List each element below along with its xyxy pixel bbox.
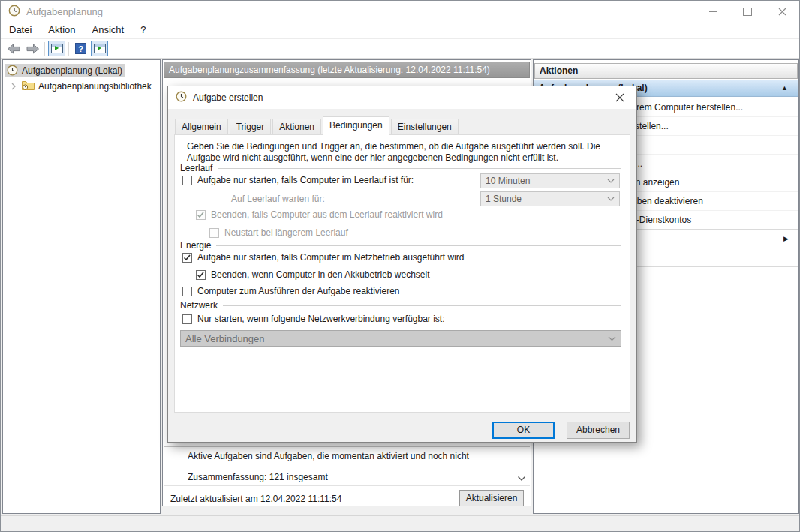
section-divider [164,446,530,447]
tab-aktionen[interactable]: Aktionen [272,119,321,134]
forward-button[interactable] [24,41,41,56]
actions-pane-header: Aktionen [534,63,798,79]
idle-start-row: Aufgabe nur starten, falls Computer im L… [182,175,414,185]
refresh-button[interactable]: Aktualisieren [459,490,524,506]
console-tree-toggle-icon [51,44,63,53]
conditions-tab-page: Geben Sie die Bedingungen und Trigger an… [174,134,630,413]
idle-restart-row: Neustart bei längerem Leerlauf [209,227,348,238]
dialog-clock-icon [176,91,187,104]
group-energie-caption: Energie [180,240,211,251]
idle-stop-checkbox[interactable] [196,210,206,220]
dialog-title: Aufgabe erstellen [193,92,263,103]
svg-text:?: ? [78,44,83,53]
stop-on-battery-label: Beenden, wenn Computer in den Akkubetrie… [211,269,430,280]
stop-on-battery-checkbox[interactable] [196,270,206,280]
window-titlebar: Aufgabenplanung [1,1,799,22]
network-condition-checkbox[interactable] [182,314,192,324]
group-leerlauf: Leerlauf [180,163,621,173]
tree-item-library[interactable]: Aufgabenplanungsbibliothek [11,80,160,92]
close-button[interactable] [765,1,799,22]
console-tree-pane: Aufgabenplanung (Lokal) Aufgabenplanungs… [2,59,161,514]
idle-start-checkbox[interactable] [182,176,192,185]
help-button[interactable]: ? [72,41,89,56]
toolbar-separator [44,42,45,56]
menu-aktion[interactable]: Aktion [40,22,83,38]
ac-only-row: Aufgabe nur starten, falls Computer im N… [182,252,465,263]
group-netzwerk: Netzwerk [180,300,621,311]
active-tasks-text: Aktive Aufgaben sind Aufgaben, die momen… [188,451,518,461]
action-pane-toggle-icon [94,44,106,53]
action-pane-toggle-button[interactable] [91,41,108,56]
menu-datei[interactable]: Datei [1,22,40,38]
group-rule [223,305,621,306]
minimize-button[interactable] [696,1,730,22]
statusbar [1,515,799,532]
network-connection-combo[interactable]: Alle Verbindungen [180,330,621,347]
submenu-arrow-icon: ▶ [783,230,789,248]
ac-only-checkbox[interactable] [182,253,192,263]
idle-restart-checkbox[interactable] [209,228,219,238]
wake-computer-row: Computer zum Ausführen der Aufgabe reakt… [182,286,399,296]
ok-button[interactable]: OK [492,422,555,439]
idle-wait-row: Auf Leerlauf warten für: [231,194,325,204]
close-icon [778,8,786,16]
window-title: Aufgabenplanung [26,6,103,17]
chevron-down-icon [608,336,616,341]
tab-einstellungen[interactable]: Einstellungen [391,119,459,134]
idle-wait-combo[interactable]: 1 Stunde [480,191,620,206]
ac-only-label: Aufgabe nur starten, falls Computer im N… [197,252,465,263]
back-button[interactable] [5,41,23,56]
app-clock-icon [8,5,20,19]
clock-icon [7,65,18,76]
idle-wait-label: Auf Leerlauf warten für: [231,194,325,204]
tree-item-root[interactable]: Aufgabenplanung (Lokal) [3,64,160,77]
dialog-tabs: Allgemein Trigger Aktionen Bedingungen E… [175,117,460,134]
tab-bedingungen[interactable]: Bedingungen [323,116,389,135]
dialog-close-button[interactable] [603,86,636,109]
stop-on-battery-row: Beenden, wenn Computer in den Akkubetrie… [196,269,430,280]
forward-arrow-icon [26,44,40,54]
summary-pane-header: Aufgabenplanungzusammenfassung (letzte A… [164,62,530,78]
wake-computer-checkbox[interactable] [182,287,192,296]
summary-group-header[interactable]: Zusammenfassung: 121 insgesamt [188,472,328,482]
wake-computer-label: Computer zum Ausführen der Aufgabe reakt… [197,286,399,296]
menu-ansicht[interactable]: Ansicht [84,22,133,38]
back-arrow-icon [7,44,21,54]
chevron-down-icon [607,179,615,183]
tab-allgemein[interactable]: Allgemein [175,119,228,134]
close-icon [615,93,624,102]
last-updated-text: Zuletzt aktualisiert am 12.04.2022 11:11… [170,494,341,504]
dialog-titlebar: Aufgabe erstellen [168,86,636,109]
folder-clock-icon [22,80,35,92]
menubar: Datei Aktion Ansicht ? [1,22,799,39]
task-scheduler-window: Aufgabenplanung Datei Aktion Ansicht ? ? [0,0,800,532]
idle-stop-row: Beenden, falls Computer aus dem Leerlauf… [196,209,443,220]
help-icon: ? [75,43,86,54]
chevron-right-icon[interactable] [11,83,17,90]
toolbar-separator [68,42,69,56]
idle-restart-label: Neustart bei längerem Leerlauf [224,227,348,238]
cancel-button[interactable]: Abbrechen [567,422,630,439]
idle-start-label: Aufgabe nur starten, falls Computer im L… [197,175,414,185]
group-rule [216,245,621,246]
idle-start-combo[interactable]: 10 Minuten [480,173,620,188]
toolbar: ? [1,39,799,59]
network-condition-label: Nur starten, wenn folgende Netzwerkverbi… [197,314,445,324]
tab-trigger[interactable]: Trigger [230,119,272,134]
console-tree-toggle-button[interactable] [48,41,65,56]
menu-help[interactable]: ? [132,22,154,38]
group-energie: Energie [180,240,621,251]
tree-item-root-label: Aufgabenplanung (Lokal) [22,65,122,76]
minimize-icon [709,11,717,12]
chevron-down-icon [607,197,615,201]
create-task-dialog: Aufgabe erstellen Allgemein Trigger Akti… [167,86,637,443]
idle-stop-label: Beenden, falls Computer aus dem Leerlauf… [211,209,443,220]
footer-divider [164,485,530,486]
maximize-icon [743,8,752,16]
group-rule [218,168,621,169]
group-netzwerk-caption: Netzwerk [180,300,218,311]
conditions-description: Geben Sie die Bedingungen und Trigger an… [187,141,621,164]
collapse-chevron-icon[interactable] [517,473,526,484]
maximize-button[interactable] [730,1,765,22]
collapse-triangle-icon[interactable]: ▲ [781,84,788,92]
